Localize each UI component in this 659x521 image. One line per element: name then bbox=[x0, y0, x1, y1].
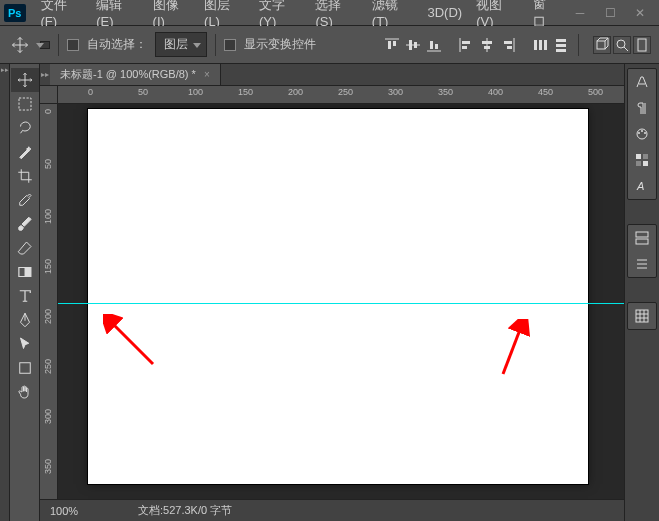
align-bottom-button[interactable] bbox=[425, 36, 443, 54]
annotation-arrow-icon bbox=[473, 319, 533, 382]
distribute-v-button[interactable] bbox=[552, 36, 570, 54]
svg-rect-36 bbox=[19, 363, 30, 374]
move-tool[interactable] bbox=[11, 68, 39, 92]
right-panels: A bbox=[624, 64, 659, 521]
close-tab-icon[interactable]: × bbox=[204, 69, 210, 80]
3d-mode-button[interactable] bbox=[593, 36, 611, 54]
svg-rect-7 bbox=[430, 41, 433, 49]
menu-edit[interactable]: 编辑(E) bbox=[89, 0, 145, 29]
channels-panel-icon[interactable] bbox=[628, 251, 656, 277]
tool-preset-chevron-icon[interactable] bbox=[40, 41, 50, 49]
window-maximize-button[interactable]: ☐ bbox=[595, 3, 625, 23]
path-select-tool[interactable] bbox=[11, 332, 39, 356]
marquee-tool[interactable] bbox=[11, 92, 39, 116]
color-panel-icon[interactable] bbox=[628, 121, 656, 147]
layer-group-dropdown[interactable]: 图层 bbox=[155, 32, 207, 57]
align-left-button[interactable] bbox=[457, 36, 475, 54]
svg-point-40 bbox=[638, 132, 640, 134]
eraser-tool[interactable] bbox=[11, 236, 39, 260]
pen-tool[interactable] bbox=[11, 308, 39, 332]
app-logo: Ps bbox=[4, 4, 26, 22]
lasso-tool[interactable] bbox=[11, 116, 39, 140]
svg-rect-22 bbox=[556, 44, 566, 47]
menu-filter[interactable]: 滤镜(T) bbox=[365, 0, 421, 29]
swatches-panel-icon[interactable] bbox=[628, 147, 656, 173]
svg-rect-19 bbox=[539, 40, 542, 50]
ruler-origin[interactable] bbox=[40, 86, 58, 103]
auto-select-checkbox[interactable] bbox=[67, 39, 79, 51]
toolbox bbox=[10, 64, 40, 521]
window-close-button[interactable]: ✕ bbox=[625, 3, 655, 23]
shape-tool[interactable] bbox=[11, 356, 39, 380]
svg-rect-11 bbox=[462, 46, 467, 49]
ruler-tick: 200 bbox=[288, 87, 303, 97]
doc-info[interactable]: 文档:527.3K/0 字节 bbox=[138, 503, 232, 518]
align-right-button[interactable] bbox=[499, 36, 517, 54]
ruler-tick: 100 bbox=[188, 87, 203, 97]
svg-rect-45 bbox=[636, 161, 641, 166]
ruler-tick: 50 bbox=[138, 87, 148, 97]
collapse-strip-left[interactable] bbox=[0, 64, 10, 521]
character-panel-icon[interactable] bbox=[628, 69, 656, 95]
horizontal-guide[interactable] bbox=[58, 303, 624, 304]
ruler-tick: 450 bbox=[538, 87, 553, 97]
paragraph-panel-icon[interactable] bbox=[628, 95, 656, 121]
svg-point-41 bbox=[641, 130, 643, 132]
show-transform-checkbox[interactable] bbox=[224, 39, 236, 51]
zoom-level[interactable]: 100% bbox=[50, 505, 110, 517]
svg-rect-2 bbox=[393, 41, 396, 46]
ruler-tick: 0 bbox=[88, 87, 93, 97]
doc-button[interactable] bbox=[633, 36, 651, 54]
horizontal-ruler[interactable]: 050100150200250300350400450500 bbox=[40, 86, 624, 104]
svg-rect-44 bbox=[643, 154, 648, 159]
type-tool[interactable] bbox=[11, 284, 39, 308]
ruler-tick: 300 bbox=[43, 409, 53, 424]
auto-select-label: 自动选择： bbox=[87, 36, 147, 53]
menu-3d[interactable]: 3D(D) bbox=[421, 5, 470, 20]
menu-view[interactable]: 视图(V) bbox=[469, 0, 525, 29]
svg-rect-24 bbox=[597, 41, 605, 49]
window-minimize-button[interactable]: ─ bbox=[565, 3, 595, 23]
svg-rect-17 bbox=[507, 46, 512, 49]
align-hcenter-button[interactable] bbox=[478, 36, 496, 54]
distribute-h-button[interactable] bbox=[531, 36, 549, 54]
document-tabs: ▸▸ 未标题-1 @ 100%(RGB/8) * × bbox=[40, 64, 624, 86]
tab-title: 未标题-1 @ 100%(RGB/8) * bbox=[60, 67, 196, 82]
svg-rect-1 bbox=[388, 41, 391, 49]
svg-line-38 bbox=[503, 327, 521, 374]
brush-tool[interactable] bbox=[11, 212, 39, 236]
svg-rect-4 bbox=[409, 40, 412, 50]
magic-wand-tool[interactable] bbox=[11, 140, 39, 164]
align-vcenter-button[interactable] bbox=[404, 36, 422, 54]
move-tool-icon[interactable] bbox=[8, 33, 32, 57]
menu-file[interactable]: 文件(F) bbox=[34, 0, 90, 29]
align-top-button[interactable] bbox=[383, 36, 401, 54]
divider bbox=[215, 34, 216, 56]
crop-tool[interactable] bbox=[11, 164, 39, 188]
document-canvas[interactable] bbox=[88, 109, 588, 484]
ruler-tick: 0 bbox=[43, 109, 53, 114]
ruler-tick: 400 bbox=[488, 87, 503, 97]
hand-tool[interactable] bbox=[11, 380, 39, 404]
vertical-ruler[interactable]: 050100150200250300350 bbox=[40, 104, 58, 499]
svg-rect-35 bbox=[19, 268, 25, 277]
gradient-tool[interactable] bbox=[11, 260, 39, 284]
search-button[interactable] bbox=[613, 36, 631, 54]
ruler-tick: 250 bbox=[43, 359, 53, 374]
annotation-arrow-icon bbox=[103, 314, 163, 377]
layers-panel-icon[interactable] bbox=[628, 225, 656, 251]
menu-select[interactable]: 选择(S) bbox=[308, 0, 364, 29]
svg-point-42 bbox=[644, 132, 646, 134]
svg-line-31 bbox=[624, 47, 628, 51]
eyedropper-tool[interactable] bbox=[11, 188, 39, 212]
svg-rect-14 bbox=[484, 46, 490, 49]
menu-layer[interactable]: 图层(L) bbox=[197, 0, 252, 29]
svg-rect-46 bbox=[643, 161, 648, 166]
menu-type[interactable]: 文字(Y) bbox=[252, 0, 308, 29]
glyphs-panel-icon[interactable]: A bbox=[628, 173, 656, 199]
document-tab[interactable]: 未标题-1 @ 100%(RGB/8) * × bbox=[50, 64, 221, 85]
canvas-area[interactable] bbox=[58, 104, 624, 499]
table-panel-icon[interactable] bbox=[628, 303, 656, 329]
menu-image[interactable]: 图像(I) bbox=[146, 0, 197, 29]
expand-tabs-icon[interactable]: ▸▸ bbox=[40, 64, 50, 85]
